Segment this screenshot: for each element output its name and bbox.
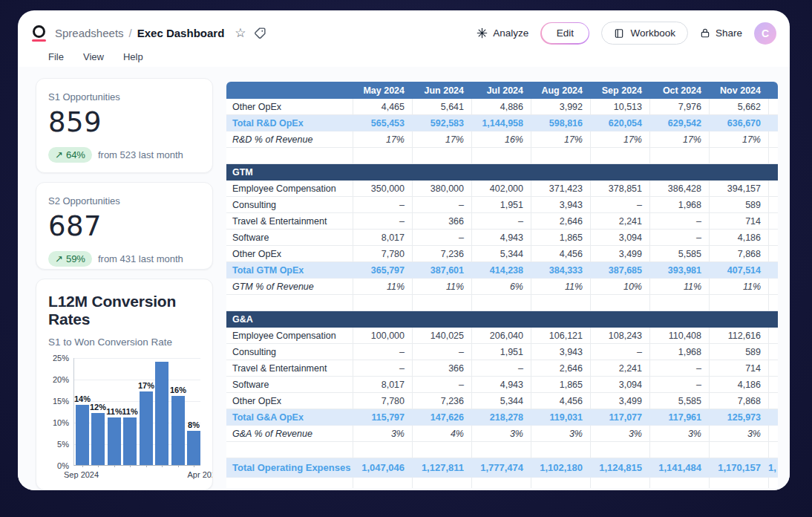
row-label-cell[interactable]: Total R&D OpEx (226, 115, 353, 131)
column-header[interactable]: Nov 2024 (709, 82, 768, 99)
table-cell[interactable] (709, 478, 768, 488)
table-cell[interactable] (649, 442, 709, 458)
table-cell[interactable] (471, 295, 531, 311)
table-cell[interactable]: 350,000 (353, 181, 412, 197)
table-cell[interactable] (709, 295, 768, 311)
column-header[interactable]: Aug 2024 (531, 82, 590, 99)
table-cell[interactable] (768, 478, 778, 488)
table-cell[interactable]: – (412, 197, 471, 213)
row-label-cell[interactable]: Employee Compensation (226, 328, 353, 344)
column-header[interactable]: May 2024 (353, 82, 412, 99)
table-cell[interactable]: 8,017 (353, 230, 412, 246)
table-cell[interactable]: 115,797 (353, 409, 412, 426)
table-cell[interactable]: 365,797 (353, 262, 412, 279)
table-cell-partial[interactable] (768, 115, 778, 131)
column-header[interactable]: Sep 2024 (590, 82, 649, 99)
table-cell-partial[interactable] (768, 360, 778, 377)
table-cell[interactable]: 108,243 (590, 328, 649, 344)
table-cell[interactable]: 4,943 (471, 230, 531, 246)
table-cell[interactable]: 7,780 (353, 246, 412, 262)
table-cell[interactable] (226, 148, 353, 164)
table-cell[interactable]: 387,601 (412, 262, 471, 279)
table-cell[interactable]: 366 (412, 360, 471, 377)
table-cell[interactable]: – (649, 360, 709, 377)
table-cell[interactable]: 5,585 (649, 393, 709, 409)
row-label-cell[interactable]: Consulting (226, 197, 353, 213)
table-cell[interactable]: 4,186 (709, 377, 768, 393)
table-cell[interactable]: 6% (471, 279, 531, 295)
table-cell[interactable] (353, 295, 412, 311)
table-cell[interactable]: 206,040 (471, 328, 531, 344)
table-cell[interactable]: 394,157 (709, 181, 768, 197)
table-cell[interactable] (768, 295, 778, 311)
table-cell[interactable]: 17% (531, 131, 590, 148)
table-cell[interactable]: 380,000 (412, 181, 471, 197)
row-label-cell[interactable]: Total GTM OpEx (226, 262, 353, 279)
breadcrumb-app[interactable]: Spreadsheets (55, 27, 124, 39)
table-cell[interactable]: 147,626 (412, 409, 471, 426)
table-cell-partial[interactable] (768, 393, 778, 409)
row-label-cell[interactable]: Travel & Entertainment (226, 213, 353, 230)
table-cell[interactable]: 1,144,958 (471, 115, 531, 131)
user-avatar[interactable]: C (754, 22, 776, 45)
table-cell[interactable]: 3,943 (531, 344, 590, 360)
table-cell[interactable]: 3% (709, 426, 768, 442)
table-cell-partial[interactable] (768, 197, 778, 213)
table-cell[interactable]: – (649, 213, 709, 230)
table-cell[interactable] (649, 295, 709, 311)
analyze-button[interactable]: Analyze (477, 27, 528, 39)
table-cell[interactable] (709, 442, 768, 458)
workbook-button[interactable]: Workbook (601, 22, 688, 45)
table-cell[interactable]: 11% (353, 279, 412, 295)
table-cell[interactable]: 17% (590, 131, 649, 148)
table-cell[interactable]: 598,816 (531, 115, 590, 131)
table-cell[interactable]: 4,456 (531, 393, 590, 409)
table-cell[interactable]: 11% (709, 279, 768, 295)
table-cell[interactable] (226, 295, 353, 311)
table-cell-partial[interactable] (768, 409, 778, 426)
table-cell[interactable]: 7,236 (412, 246, 471, 262)
menu-item-help[interactable]: Help (123, 51, 143, 62)
table-cell[interactable]: 714 (709, 213, 768, 230)
table-cell-partial[interactable] (768, 181, 778, 197)
table-cell[interactable]: 3% (590, 426, 649, 442)
row-label-cell[interactable]: G&A % of Revenue (226, 426, 353, 442)
table-cell[interactable] (649, 478, 709, 488)
table-cell[interactable]: 11% (412, 279, 471, 295)
table-cell-partial[interactable]: 1, (768, 458, 778, 478)
table-cell[interactable] (649, 148, 709, 164)
table-cell[interactable]: 17% (412, 131, 471, 148)
table-cell[interactable]: 8,017 (353, 377, 412, 393)
table-cell[interactable]: – (590, 344, 649, 360)
table-cell[interactable] (412, 442, 471, 458)
table-cell[interactable]: 4% (412, 426, 471, 442)
table-cell[interactable] (471, 478, 531, 488)
table-cell[interactable]: 636,670 (709, 115, 768, 131)
row-label-cell[interactable]: Total Operating Expenses (226, 458, 353, 478)
table-cell[interactable]: 3,943 (531, 197, 590, 213)
table-cell[interactable]: 1,170,157 (709, 458, 768, 478)
favorite-star-icon[interactable]: ☆ (235, 25, 246, 41)
table-cell[interactable]: 100,000 (353, 328, 412, 344)
table-cell[interactable] (590, 478, 649, 488)
table-cell[interactable] (353, 478, 412, 488)
table-cell[interactable] (353, 148, 412, 164)
table-cell[interactable]: 218,278 (471, 409, 531, 426)
table-cell[interactable] (353, 442, 412, 458)
table-cell[interactable] (471, 148, 531, 164)
table-cell[interactable]: 1,865 (531, 230, 590, 246)
row-label-cell[interactable]: Travel & Entertainment (226, 360, 353, 377)
edit-button[interactable]: Edit (540, 22, 589, 45)
table-cell[interactable] (590, 442, 649, 458)
table-cell-partial[interactable] (768, 99, 778, 115)
table-cell[interactable]: 589 (709, 344, 768, 360)
app-logo[interactable] (30, 25, 48, 42)
table-cell-partial[interactable] (768, 230, 778, 246)
table-cell[interactable]: – (412, 377, 471, 393)
table-cell[interactable]: 11% (531, 279, 590, 295)
table-cell[interactable]: 2,241 (590, 213, 649, 230)
row-label-cell[interactable]: GTM % of Revenue (226, 279, 353, 295)
table-cell[interactable] (531, 442, 590, 458)
table-cell[interactable]: 119,031 (531, 409, 590, 426)
table-cell[interactable]: 1,141,484 (649, 458, 709, 478)
